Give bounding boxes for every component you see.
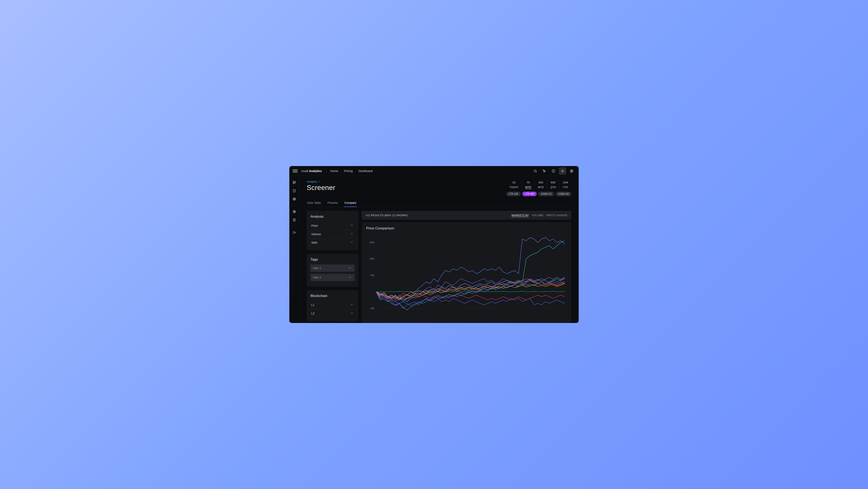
tags-panel: Tags Filter 1Filter 2 — [307, 254, 359, 287]
range-qtd[interactable]: QTD — [547, 185, 559, 190]
search-icon[interactable] — [531, 167, 539, 175]
rail-separator — [292, 226, 297, 226]
analysis-price[interactable]: Price — [310, 222, 354, 230]
svg-point-5 — [562, 170, 563, 172]
analysis-title: Analysis — [310, 215, 354, 219]
range-wtd[interactable]: WTD — [522, 185, 534, 190]
nav-dashboard[interactable]: Dashboard — [359, 169, 373, 173]
tab-data-table[interactable]: Data Table — [307, 199, 321, 207]
chevron-down-icon — [349, 267, 352, 270]
svg-text:5%: 5% — [371, 274, 374, 276]
theme-icon[interactable] — [559, 167, 566, 175]
range-selector: 1D7D30D90D12MTODAYWTDMTDQTDYTD — [506, 180, 571, 190]
chevron-down-icon — [351, 224, 354, 227]
chevron-down-icon — [351, 233, 354, 236]
chevron-down-icon — [351, 312, 354, 315]
range-1d[interactable]: 1D — [506, 180, 522, 185]
svg-rect-17 — [294, 181, 296, 182]
range-mtd[interactable]: MTD — [534, 185, 547, 190]
series-s4 — [376, 279, 565, 300]
rail-separator — [292, 205, 297, 205]
range-today[interactable]: TODAY — [506, 185, 522, 190]
svg-rect-18 — [293, 183, 294, 184]
series-s1 — [376, 237, 565, 302]
cursor-icon[interactable] — [540, 167, 548, 175]
results-count: >12 RESULTS (MAX 12 SHOWN) — [365, 214, 407, 217]
series-s10 — [376, 279, 565, 310]
metric-volume[interactable]: VOLUME — [532, 214, 544, 217]
rail-note-icon[interactable] — [291, 188, 298, 194]
metric-price-change[interactable]: PRICE CHANGE — [546, 214, 567, 217]
left-rail — [289, 176, 299, 323]
svg-point-0 — [534, 170, 536, 172]
analysis-sma[interactable]: SMA — [310, 238, 354, 247]
svg-text:10%: 10% — [369, 257, 374, 260]
svg-text:15%: 15% — [369, 241, 374, 244]
chevron-down-icon — [351, 241, 354, 244]
filter-select[interactable]: Filter 1 — [310, 264, 354, 272]
chip-asma-50[interactable]: ASMA-50 — [556, 192, 571, 196]
page-title: Screener — [307, 184, 335, 192]
range-12m[interactable]: 12M — [559, 180, 571, 185]
nav-links: Home Pricing Dashboard — [331, 169, 373, 173]
tags-title: Tags — [310, 258, 354, 262]
topbar: Inuali Analytics Home Pricing Dashboard — [289, 166, 579, 176]
rail-target-icon[interactable] — [291, 208, 298, 215]
metric-marketcap[interactable]: MARKETCAP — [512, 214, 529, 217]
analysis-volume[interactable]: Volume — [310, 230, 354, 238]
rail-doc-icon[interactable] — [291, 217, 298, 223]
svg-line-1 — [536, 172, 536, 172]
blockchain-panel: Blockchain L1L2 — [307, 290, 359, 321]
chip-ltr-100[interactable]: LTR-100 — [506, 192, 521, 196]
rail-logout-icon[interactable] — [291, 229, 298, 236]
svg-rect-16 — [293, 181, 294, 182]
blockchain-title: Blockchain — [310, 294, 354, 298]
user-icon[interactable] — [568, 167, 576, 175]
filter-sidebar: Analysis PriceVolumeSMA Tags Filter 1Fil… — [307, 211, 359, 323]
nav-pricing[interactable]: Pricing — [344, 169, 353, 173]
tabs: Data TablePreviewCompare — [307, 199, 571, 207]
chip-ltr-300[interactable]: LTR-300 — [522, 192, 537, 196]
chevron-down-icon — [351, 303, 354, 306]
series-s6 — [376, 292, 565, 302]
chart-title: Price Comparison — [366, 226, 567, 230]
info-icon[interactable] — [550, 167, 557, 175]
rail-globe-icon[interactable] — [291, 196, 298, 202]
rail-widget-icon[interactable] — [291, 179, 298, 186]
range-30d[interactable]: 30D — [534, 180, 547, 185]
svg-point-15 — [571, 170, 572, 171]
series-s3 — [376, 292, 565, 308]
chart-panel: Price Comparison 15%10%5%-5%-10% — [362, 222, 571, 323]
results-bar: >12 RESULTS (MAX 12 SHOWN) MARKETCAPVOLU… — [362, 211, 571, 220]
app-window: Inuali Analytics Home Pricing Dashboard — [289, 166, 579, 323]
blockchain-l2[interactable]: L2 — [310, 309, 354, 318]
breadcrumb-link[interactable]: Analytics — [307, 180, 317, 183]
chevron-down-icon — [349, 276, 352, 279]
blockchain-l1[interactable]: L1 — [310, 301, 354, 309]
nav-home[interactable]: Home — [331, 169, 338, 173]
chip-asma-10[interactable]: ASMA-10 — [538, 192, 554, 196]
range-90d[interactable]: 90D — [547, 180, 559, 185]
range-ytd[interactable]: YTD — [559, 185, 571, 190]
chip-row: LTR-100LTR-300ASMA-10ASMA-50 — [506, 192, 571, 196]
analysis-panel: Analysis PriceVolumeSMA — [307, 211, 359, 251]
tab-compare[interactable]: Compare — [344, 199, 357, 207]
menu-button[interactable] — [292, 168, 298, 173]
filter-select[interactable]: Filter 2 — [310, 274, 354, 281]
breadcrumb: Analytics / — [307, 180, 335, 183]
tab-preview[interactable]: Preview — [327, 199, 338, 207]
brand: Inuali Analytics — [301, 169, 322, 173]
svg-text:-5%: -5% — [370, 307, 374, 309]
range-7d[interactable]: 7D — [522, 180, 534, 185]
chart-area: 15%10%5%-5%-10% — [366, 234, 567, 323]
